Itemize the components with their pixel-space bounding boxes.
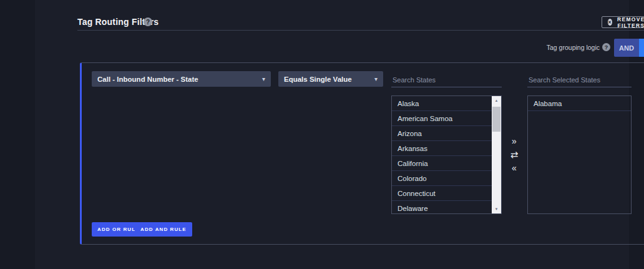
header-divider (77, 30, 644, 31)
grouping-help-icon[interactable]: ? (602, 43, 610, 51)
list-scrollbar[interactable]: ▲ ▼ (492, 96, 501, 213)
field-select[interactable]: Call - Inbound Number - State ▾ (92, 71, 271, 87)
grouping-logic-toggle: AND OR (614, 39, 644, 57)
title-help-icon[interactable]: ? (144, 17, 152, 26)
main-panel: Tag Routing Filters ? ✕ REMOVE FILTERS T… (35, 0, 629, 269)
question-mark-glyph: ? (146, 19, 150, 26)
move-all-left-icon[interactable]: « (512, 164, 517, 172)
page-background: Tag Routing Filters ? ✕ REMOVE FILTERS T… (0, 0, 644, 269)
chevron-down-icon: ▾ (262, 76, 265, 82)
add-and-rule-button[interactable]: ADD AND RULE (135, 222, 192, 237)
available-state-item[interactable]: Connecticut (392, 186, 492, 201)
available-states-list[interactable]: AlaskaAmerican SamoaArizonaArkansasCalif… (391, 95, 502, 214)
available-state-item[interactable]: Alaska (392, 96, 492, 111)
operator-select-value: Equals Single Value (284, 76, 352, 83)
scroll-down-arrow-icon[interactable]: ▼ (495, 205, 499, 213)
available-states-search-input[interactable] (391, 72, 502, 87)
field-select-value: Call - Inbound Number - State (97, 76, 198, 83)
transfer-controls: » ⇄ « (507, 137, 522, 172)
remove-filters-label: REMOVE FILTERS (616, 16, 644, 29)
remove-filters-circle-x-icon: ✕ (608, 19, 612, 26)
scrollbar-thumb[interactable] (492, 107, 500, 132)
selected-states-list[interactable]: Alabama (527, 95, 632, 214)
chevron-down-icon: ▾ (374, 76, 378, 82)
selected-states-search-input[interactable] (527, 72, 632, 87)
operator-select[interactable]: Equals Single Value ▾ (278, 71, 383, 87)
filter-rule-card: Call - Inbound Number - State ▾ Equals S… (80, 62, 644, 245)
question-mark-glyph: ? (605, 44, 608, 51)
available-state-item[interactable]: Arkansas (392, 141, 492, 156)
available-state-item[interactable]: Arizona (392, 126, 492, 141)
available-state-item[interactable]: Colorado (392, 171, 492, 186)
grouping-logic-label: Tag grouping logic (531, 44, 600, 51)
available-state-item[interactable]: Delaware (392, 201, 492, 214)
or-toggle-button[interactable]: OR (639, 39, 644, 57)
swap-icon[interactable]: ⇄ (510, 150, 519, 159)
remove-filters-button[interactable]: ✕ REMOVE FILTERS (602, 16, 644, 28)
available-state-item[interactable]: California (392, 156, 492, 171)
available-state-item[interactable]: American Samoa (392, 111, 492, 126)
selected-state-item[interactable]: Alabama (528, 96, 631, 111)
and-toggle-button[interactable]: AND (614, 39, 639, 57)
scroll-up-arrow-icon[interactable]: ▲ (495, 96, 499, 105)
move-all-right-icon[interactable]: » (512, 137, 517, 145)
